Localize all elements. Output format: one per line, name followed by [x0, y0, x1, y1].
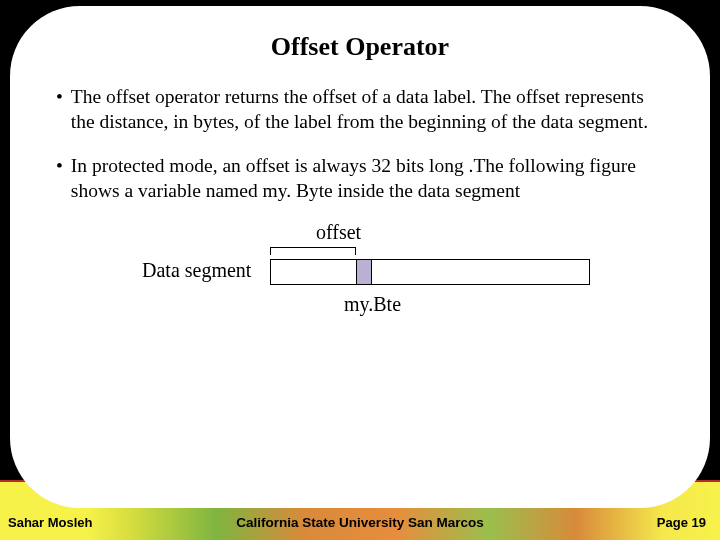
offset-diagram: offset Data segment my.Bte: [54, 221, 666, 341]
offset-bracket: [270, 247, 356, 255]
footer-page: Page 19: [657, 515, 706, 530]
segment-box: [270, 259, 590, 285]
bullet-text: In protected mode, an offset is always 3…: [71, 153, 666, 204]
bullet-marker: •: [56, 84, 63, 109]
slide-card: Offset Operator • The offset operator re…: [10, 6, 710, 508]
offset-label: offset: [316, 221, 361, 244]
bullet-list: • The offset operator returns the offset…: [56, 84, 666, 203]
bullet-text: The offset operator returns the offset o…: [71, 84, 666, 135]
footer-institution: California State University San Marcos: [0, 515, 720, 530]
footer-page-number: 19: [692, 515, 706, 530]
bullet-item: • The offset operator returns the offset…: [56, 84, 666, 135]
footer: Sahar Mosleh California State University…: [0, 512, 720, 536]
bullet-item: • In protected mode, an offset is always…: [56, 153, 666, 204]
footer-page-prefix: Page: [657, 515, 692, 530]
slide-title: Offset Operator: [54, 32, 666, 62]
segment-label: Data segment: [142, 259, 251, 282]
bullet-marker: •: [56, 153, 63, 178]
variable-label: my.Bte: [344, 293, 401, 316]
mybyte-cell: [356, 260, 372, 284]
